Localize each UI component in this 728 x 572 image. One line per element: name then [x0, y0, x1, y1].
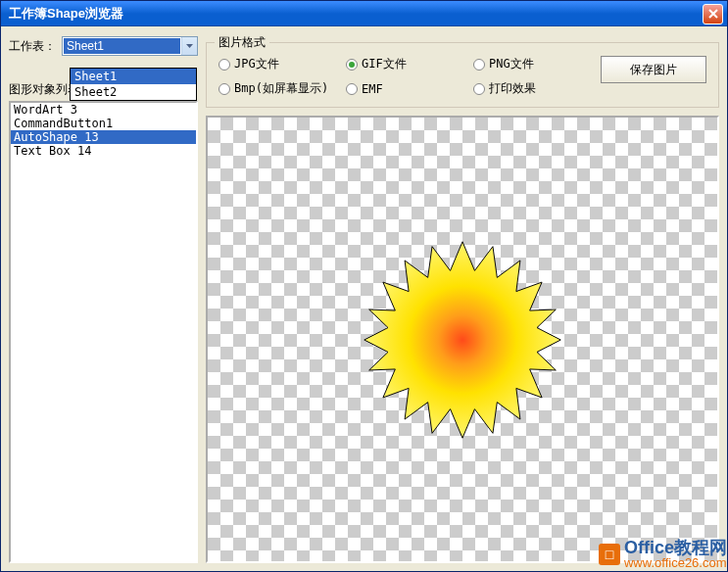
radio-print[interactable]: 打印效果	[473, 80, 601, 97]
radio-icon	[346, 59, 358, 71]
window-title: 工作簿Shape浏览器	[5, 5, 703, 23]
radio-icon	[218, 59, 230, 71]
preview-panel	[206, 116, 719, 563]
close-icon	[708, 9, 718, 19]
worksheet-selected: Sheet1	[64, 38, 180, 54]
worksheet-dropdown[interactable]: Sheet1 Sheet2	[70, 68, 197, 101]
list-item[interactable]: CommandButton1	[11, 117, 196, 130]
main-window: 工作簿Shape浏览器 工作表： Sheet1 Sheet1 Sheet2 图形…	[0, 0, 728, 572]
groupbox-legend: 图片格式	[215, 34, 269, 51]
list-item[interactable]: WordArt 3	[11, 103, 196, 117]
worksheet-row: 工作表： Sheet1	[9, 34, 198, 58]
radio-jpg[interactable]: JPG文件	[218, 56, 346, 72]
radio-gif[interactable]: GIF文件	[346, 56, 473, 72]
right-column: 图片格式 JPG文件 GIF文件 PNG文件 Bmp(如屏幕显示) EMF 打印…	[206, 34, 719, 563]
list-item[interactable]: AutoShape 13	[11, 130, 196, 144]
format-groupbox: 图片格式 JPG文件 GIF文件 PNG文件 Bmp(如屏幕显示) EMF 打印…	[206, 42, 719, 108]
title-bar[interactable]: 工作簿Shape浏览器	[1, 1, 727, 26]
worksheet-combo[interactable]: Sheet1	[62, 36, 198, 56]
worksheet-label: 工作表：	[9, 38, 56, 55]
radio-row-2: Bmp(如屏幕显示) EMF 打印效果	[218, 80, 601, 97]
radio-icon	[473, 83, 485, 95]
dropdown-option[interactable]: Sheet1	[71, 69, 196, 84]
radio-icon	[218, 83, 230, 95]
combo-arrow[interactable]	[181, 37, 197, 55]
radio-icon	[346, 83, 358, 95]
radio-row-1: JPG文件 GIF文件 PNG文件	[218, 56, 601, 72]
close-button[interactable]	[703, 4, 723, 24]
radio-bmp[interactable]: Bmp(如屏幕显示)	[218, 80, 346, 97]
dropdown-option[interactable]: Sheet2	[71, 84, 196, 100]
client-area: 工作表： Sheet1 Sheet1 Sheet2 图形对象列表： WordAr…	[1, 26, 727, 571]
watermark-line2: www.office26.com	[624, 556, 727, 569]
list-item[interactable]: Text Box 14	[11, 144, 196, 158]
radio-icon	[473, 59, 485, 71]
shapes-listbox[interactable]: WordArt 3 CommandButton1 AutoShape 13 Te…	[9, 101, 198, 563]
radio-png[interactable]: PNG文件	[473, 56, 601, 72]
watermark: □ Office教程网 www.office26.com	[599, 539, 727, 569]
left-column: 工作表： Sheet1 Sheet1 Sheet2 图形对象列表： WordAr…	[9, 34, 198, 563]
radio-emf[interactable]: EMF	[346, 82, 473, 96]
autoshape-star-icon	[360, 237, 565, 443]
save-button[interactable]: 保存图片	[601, 56, 706, 83]
chevron-down-icon	[186, 44, 193, 48]
office-badge-icon: □	[599, 544, 620, 565]
watermark-line1: Office教程网	[624, 539, 727, 556]
